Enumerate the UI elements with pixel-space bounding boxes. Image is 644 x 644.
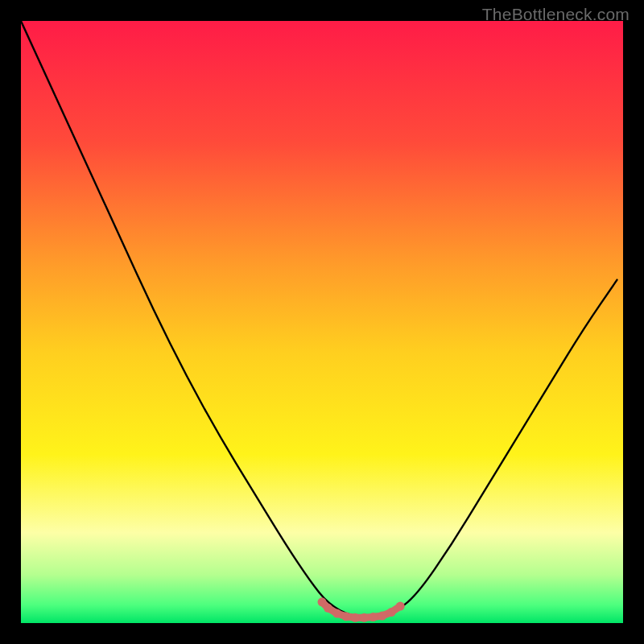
svg-point-6 [360, 613, 369, 622]
svg-point-2 [324, 604, 332, 613]
plot-area [21, 21, 623, 623]
watermark-text: TheBottleneck.com [482, 5, 630, 24]
svg-point-5 [351, 613, 360, 622]
bottleneck-curve [21, 21, 617, 617]
svg-point-9 [387, 608, 396, 617]
optimal-range-dots [318, 597, 405, 621]
svg-point-4 [341, 612, 350, 621]
svg-point-7 [369, 613, 378, 621]
svg-point-10 [396, 602, 405, 611]
curve-layer [21, 21, 623, 623]
svg-point-3 [332, 609, 341, 618]
svg-point-8 [378, 612, 386, 621]
chart-frame: TheBottleneck.com [0, 0, 644, 644]
